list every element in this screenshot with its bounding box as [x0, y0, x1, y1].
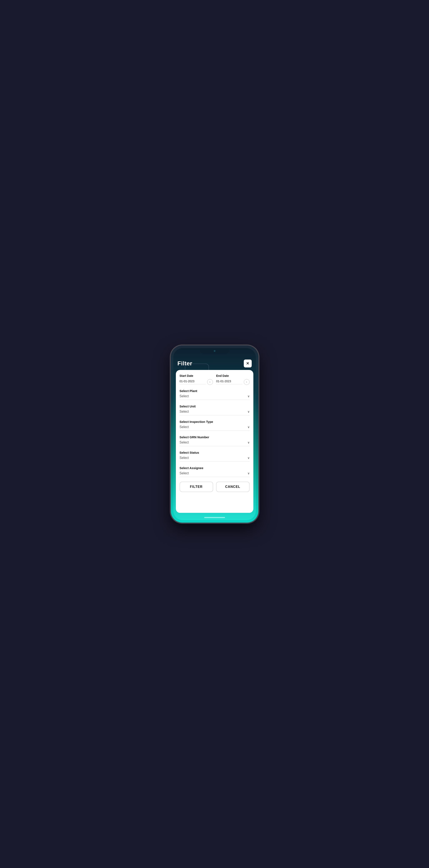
start-date-value[interactable]: 01-01-2023 [180, 379, 206, 384]
select-label-grn-number: Select GRN Number [180, 435, 250, 439]
chevron-down-icon-grn-number: ∨ [247, 441, 250, 444]
select-group-unit: Select UnitSelect∨ [180, 405, 250, 415]
page-title: Filter [178, 360, 192, 367]
select-label-unit: Select Unit [180, 405, 250, 408]
end-date-label: End Date [216, 374, 250, 377]
button-row: FILTER CANCEL [180, 482, 250, 493]
chevron-down-icon-status: ∨ [247, 456, 250, 460]
filter-button[interactable]: FILTER [180, 482, 213, 492]
select-value-grn-number: Select [180, 440, 189, 444]
select-group-status: Select StatusSelect∨ [180, 451, 250, 462]
select-row-plant[interactable]: Select∨ [180, 394, 250, 400]
select-group-assignee: Select AssigneeSelect∨ [180, 466, 250, 477]
chevron-down-icon-plant: ∨ [247, 395, 250, 398]
select-row-unit[interactable]: Select∨ [180, 410, 250, 415]
cancel-button[interactable]: CANCEL [216, 482, 250, 492]
end-date-field: End Date 01-01-2023 ↕ [216, 374, 250, 385]
select-group-plant: Select PlantSelect∨ [180, 389, 250, 400]
select-row-grn-number[interactable]: Select∨ [180, 440, 250, 446]
end-date-sort-icon[interactable]: ↕ [244, 379, 250, 385]
start-date-sort-icon[interactable]: ↕ [207, 379, 213, 385]
select-group-inspection-type: Select Inspection TypeSelect∨ [180, 420, 250, 431]
select-row-assignee[interactable]: Select∨ [180, 471, 250, 477]
end-date-value[interactable]: 01-01-2023 [216, 379, 243, 384]
select-row-status[interactable]: Select∨ [180, 456, 250, 462]
start-date-input-wrap: 01-01-2023 ↕ [180, 379, 213, 385]
select-row-inspection-type[interactable]: Select∨ [180, 425, 250, 431]
start-date-field: Start Date 01-01-2023 ↕ [180, 374, 213, 385]
home-indicator [204, 517, 225, 518]
filter-header: Filter ✕ [173, 356, 256, 371]
chevron-down-icon-assignee: ∨ [247, 472, 250, 475]
end-date-input-wrap: 01-01-2023 ↕ [216, 379, 250, 385]
chevron-down-icon-inspection-type: ∨ [247, 425, 250, 429]
close-button[interactable]: ✕ [244, 360, 252, 367]
phone-screen: Filter ✕ Start Date 01-01-2023 ↕ End Dat… [173, 348, 256, 520]
select-value-inspection-type: Select [180, 425, 189, 429]
select-label-plant: Select Plant [180, 389, 250, 393]
phone-notch [200, 348, 229, 354]
select-value-unit: Select [180, 410, 189, 413]
select-label-inspection-type: Select Inspection Type [180, 420, 250, 424]
start-date-label: Start Date [180, 374, 213, 377]
select-value-status: Select [180, 456, 189, 460]
filter-card: Start Date 01-01-2023 ↕ End Date 01-01-2… [176, 370, 253, 513]
select-value-assignee: Select [180, 471, 189, 475]
select-value-plant: Select [180, 394, 189, 398]
select-groups: Select PlantSelect∨Select UnitSelect∨Sel… [180, 389, 250, 477]
date-row: Start Date 01-01-2023 ↕ End Date 01-01-2… [180, 374, 250, 385]
phone-frame: Filter ✕ Start Date 01-01-2023 ↕ End Dat… [171, 346, 258, 523]
chevron-down-icon-unit: ∨ [247, 410, 250, 413]
select-label-status: Select Status [180, 451, 250, 454]
notch-camera [214, 350, 215, 352]
select-label-assignee: Select Assignee [180, 466, 250, 470]
select-group-grn-number: Select GRN NumberSelect∨ [180, 435, 250, 446]
